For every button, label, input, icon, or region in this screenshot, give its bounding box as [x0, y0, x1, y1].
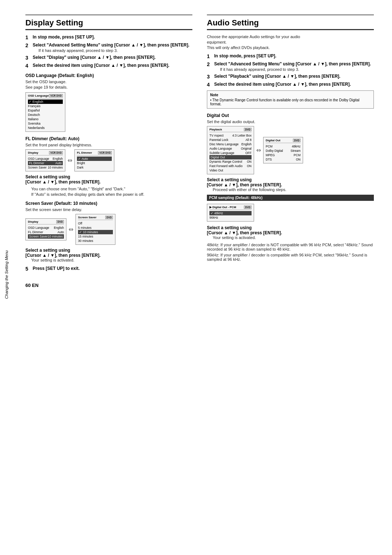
screen-row: Disc Menu LanguageEnglish — [209, 142, 252, 146]
screen-saver-activated: Your setting is activated. — [31, 258, 192, 262]
audio-intro-3: This will only affect DVDs playback. — [207, 45, 374, 50]
select-step: Select a setting using [Cursor ▲ / ▼], t… — [25, 174, 192, 185]
screen-row: Video Out — [209, 168, 252, 173]
arrow-right-icon: ⇔ — [68, 157, 72, 164]
screen-header: OSD Language VCR DVD — [28, 94, 63, 98]
step-number: 2 — [25, 42, 31, 53]
step-text: In stop mode, press [SET UP]. — [214, 53, 276, 58]
fl-dimmer-screens: Display VCR DVD OSD LanguageEnglish FL D… — [25, 149, 192, 171]
screen-row: 15 minutes — [78, 234, 113, 239]
screen-row: Fast Forward with AudioON — [209, 164, 252, 168]
step-number: 1 — [25, 35, 31, 40]
screen-row: FL DimmerAuto — [28, 230, 64, 234]
osd-screen: OSD Language VCR DVD ✓ English Français … — [25, 92, 65, 132]
note-box: Note • The Dynamic Range Control functio… — [207, 90, 374, 109]
osd-language-heading: OSD Language (Default: English) — [25, 73, 192, 78]
screen-header: ▶ Digital Out - PCM DVD — [209, 206, 252, 210]
select-label: Select a setting using — [25, 248, 70, 253]
screen-row: PCM48kHz — [266, 144, 301, 149]
digital-out-screens: Playback DVD TV Aspect4:3 Letter Box Par… — [207, 126, 374, 174]
pcm-note-96khz: 96kHz: If your amplifier / decoder is co… — [207, 253, 374, 262]
display-section-title: Display Setting — [25, 18, 192, 30]
audio-intro-2: equipment. — [207, 40, 374, 44]
step-number: 3 — [25, 55, 31, 61]
screen-row: Dark — [77, 165, 112, 170]
digital-out-block: Digital Out Set the digital audio output… — [207, 113, 374, 192]
screen-header: Screen Saver DVD — [78, 216, 113, 220]
select-label2: [Cursor ▲ / ▼], then press [ENTER]. — [207, 182, 282, 187]
pcm-note-48khz: 48kHz: If your amplifier / decoder is NO… — [207, 243, 374, 251]
display-step-3: 3 Select "Display" using [Cursor ▲ / ▼],… — [25, 55, 192, 61]
screen-header: Display VCR DVD — [28, 151, 63, 155]
sidebar-label: Changing the Setting Menu — [4, 250, 9, 299]
select-label2: [Cursor ▲ / ▼], then press [ENTER]. — [25, 253, 101, 258]
screen-row: 96kHz — [209, 215, 252, 220]
fl-dimmer-desc: Set the front panel display brightness. — [25, 143, 192, 147]
select-label2: [Cursor ▲ / ▼], then press [ENTER]. — [207, 230, 282, 235]
screen-badge: VCR DVD — [98, 151, 112, 154]
step-text: Select "Playback" using [Cursor ▲ / ▼], … — [214, 74, 340, 79]
screen-row: Bright — [77, 161, 112, 165]
display-step-1: 1 In stop mode, press [SET UP]. — [25, 35, 192, 40]
pcm-screen: ▶ Digital Out - PCM DVD ✓ 48kHz 96kHz — [207, 204, 254, 222]
step-text: In stop mode, press [SET UP]. — [33, 35, 95, 40]
step-number: 4 — [207, 82, 213, 88]
pcm-notes: 48kHz: If your amplifier / decoder is NO… — [207, 243, 374, 262]
pcm-heading: PCM sampling (Default: 48kHz) — [207, 195, 374, 201]
screen-badge: VCR DVD — [49, 151, 63, 154]
screen-saver-select-setting: Select a setting using [Cursor ▲ / ▼], t… — [25, 248, 192, 262]
screen-row: TV Aspect4:3 Letter Box — [209, 133, 252, 138]
step-note: If it has already appeared, proceed to s… — [38, 48, 192, 53]
screen-row: FL DimmerAuto — [28, 161, 63, 165]
screen-saver-desc: Set the screen saver time delay. — [25, 207, 192, 212]
digital-out-select-setting: Select a setting using [Cursor ▲ / ▼], t… — [207, 177, 374, 192]
screen-row: ✓ Auto — [77, 157, 112, 161]
digital-out-left-screen: Playback DVD TV Aspect4:3 Letter Box Par… — [207, 126, 254, 174]
screen-header: Display DVD — [28, 220, 64, 224]
screen-header: FL Dimmer VCR DVD — [77, 151, 112, 155]
screen-header: Digital Out DVD — [266, 139, 301, 143]
screen-row: MPEGPCM — [266, 153, 301, 157]
fl-dimmer-notes: You can choose one from "Auto," "Bright"… — [31, 187, 192, 197]
digital-out-desc: Set the digital audio output. — [207, 119, 374, 124]
screen-title: ▶ Digital Out - PCM — [209, 206, 236, 209]
display-step-5: 5 Press [SET UP] to exit. — [25, 266, 192, 272]
digital-out-heading: Digital Out — [207, 113, 374, 118]
screen-row: ✓ 48kHz — [209, 211, 252, 215]
screen-badge: DVD — [105, 216, 113, 219]
screen-row: Screen Saver10 minutes — [28, 165, 63, 170]
digital-out-right-screen: Digital Out DVD PCM48kHz Dolby DigitalSt… — [263, 137, 303, 163]
pcm-select-setting: Select a setting using [Cursor ▲ / ▼], t… — [207, 225, 374, 240]
screen-row: Italiano — [28, 117, 63, 121]
pcm-sampling-block: PCM sampling (Default: 48kHz) ▶ Digital … — [207, 195, 374, 262]
screen-row: Off — [78, 221, 113, 226]
note-text: • The Dynamic Range Control function is … — [210, 98, 371, 106]
screen-saver-heading: Screen Saver (Default: 10 minutes) — [25, 201, 192, 206]
step-text: Select "Advanced Setting Menu" using [Cu… — [33, 42, 189, 48]
screen-saver-right-screen: Screen Saver DVD Off 5 minutes ✓ 10 minu… — [75, 214, 115, 245]
screen-row: Digital Out — [209, 155, 252, 159]
screen-row: Svenska — [28, 121, 63, 126]
select-label: Select a setting using — [207, 225, 252, 230]
audio-intro-1: Choose the appropriate Audio settings fo… — [207, 35, 374, 39]
screen-title: Display — [28, 220, 38, 223]
pcm-activated: Your setting is activated. — [213, 235, 374, 240]
screen-row: Parental LockAll 8 — [209, 138, 252, 142]
screen-row: Français — [28, 104, 63, 108]
screen-row: Subtitle LanguageOFF — [209, 151, 252, 155]
osd-desc1: Set the OSD language. — [25, 80, 192, 84]
select-label: Select a setting using — [25, 174, 70, 179]
screen-row: Audio LanguageOriginal — [209, 146, 252, 151]
step-number: 4 — [25, 63, 31, 69]
screen-title: OSD Language — [28, 94, 49, 97]
screen-row: Dolby DigitalStream — [266, 149, 301, 153]
step-text: Select the desired item using [Cursor ▲ … — [214, 82, 351, 87]
step-note: If it has already appeared, proceed to s… — [220, 67, 374, 72]
screen-row: ✓ English — [28, 100, 63, 104]
step-text: Select "Advanced Setting Menu" using [Cu… — [214, 61, 371, 66]
screen-saver-screens: Display DVD OSD LanguageEnglish FL Dimme… — [25, 214, 192, 245]
screen-title: Display — [28, 151, 38, 154]
screen-badge: DVD — [244, 128, 252, 131]
digital-out-note: Proceed with either of the following ste… — [213, 187, 374, 192]
screen-row: ✓ 10 minutes — [78, 230, 113, 234]
